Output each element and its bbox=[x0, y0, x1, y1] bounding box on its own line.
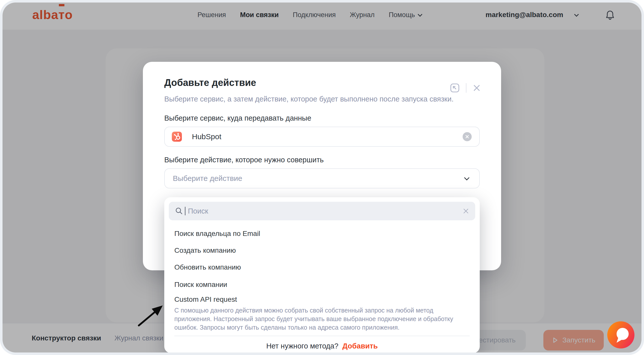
list-item-action[interactable]: Обновить компанию bbox=[174, 263, 241, 271]
list-item-action[interactable]: Поиск компании bbox=[174, 281, 227, 289]
action-select-placeholder: Выберите действие bbox=[173, 169, 242, 188]
modal-title: Добавьте действие bbox=[164, 77, 256, 88]
icon-divider bbox=[466, 83, 466, 93]
annotation-arrow bbox=[130, 296, 172, 334]
list-item-action[interactable]: Создать компанию bbox=[174, 246, 236, 255]
add-method-link[interactable]: Добавить bbox=[342, 342, 378, 350]
no-method-question: Нет нужного метода? bbox=[266, 342, 338, 350]
screenshot-frame: albaтo Решения Мои связки Подключения Жу… bbox=[0, 0, 644, 355]
modal-subtitle: Выберите сервис, а затем действие, котор… bbox=[164, 95, 454, 103]
service-select-label: Выберите сервис, куда передавать данные bbox=[164, 114, 311, 122]
action-select[interactable]: Выберите действие bbox=[164, 168, 480, 188]
clear-search-icon[interactable] bbox=[463, 208, 469, 214]
chevron-down-icon bbox=[464, 175, 469, 180]
hubspot-logo-icon bbox=[172, 132, 182, 142]
service-select[interactable]: HubSpot bbox=[164, 127, 480, 147]
custom-api-description: С помощью данного действия можно собрать… bbox=[174, 306, 469, 332]
service-select-value: HubSpot bbox=[192, 127, 221, 146]
search-input[interactable]: Поиск bbox=[169, 202, 475, 220]
list-item-custom-api-request[interactable]: Custom API request bbox=[174, 295, 237, 303]
action-select-label: Выберите действие, которое нужно соверши… bbox=[164, 156, 324, 164]
list-item-action[interactable]: Поиск владельца по Email bbox=[174, 230, 260, 238]
popout-icon[interactable] bbox=[450, 83, 460, 93]
text-caret bbox=[185, 207, 185, 215]
search-section: Поиск bbox=[164, 197, 480, 221]
divider bbox=[174, 336, 470, 336]
close-icon[interactable] bbox=[472, 84, 481, 92]
search-placeholder: Поиск bbox=[188, 202, 208, 220]
action-dropdown-panel: Поиск продукта Поиск Поиск владельца по … bbox=[164, 197, 480, 352]
search-icon bbox=[175, 207, 183, 215]
clear-service-button[interactable] bbox=[463, 132, 472, 141]
chat-widget-button[interactable] bbox=[607, 321, 635, 349]
app-window: albaтo Решения Мои связки Подключения Жу… bbox=[3, 3, 641, 352]
